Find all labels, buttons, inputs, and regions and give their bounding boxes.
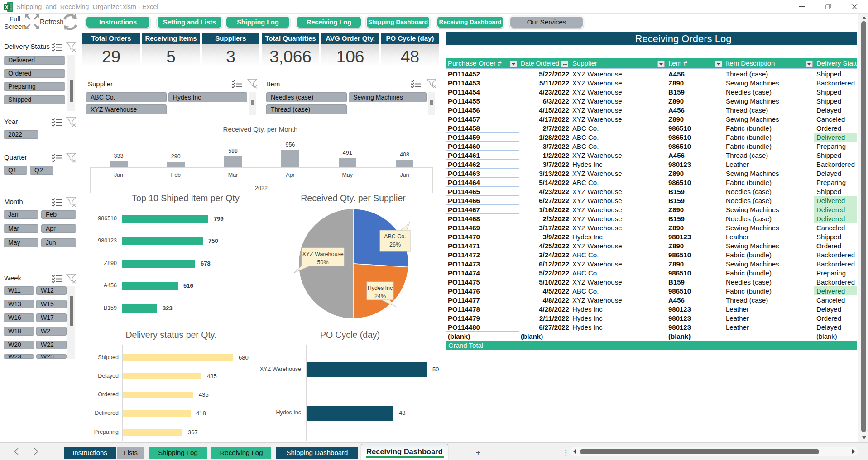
- svg-text:ABC Co.: ABC Co.: [384, 233, 406, 240]
- svg-text:50%: 50%: [317, 259, 328, 266]
- svg-text:26%: 26%: [389, 242, 401, 248]
- svg-text:24%: 24%: [374, 293, 386, 299]
- svg-text:XYZ Warehouse: XYZ Warehouse: [302, 251, 343, 257]
- svg-text:X: X: [5, 5, 9, 10]
- svg-text:Hydes Inc: Hydes Inc: [368, 285, 393, 291]
